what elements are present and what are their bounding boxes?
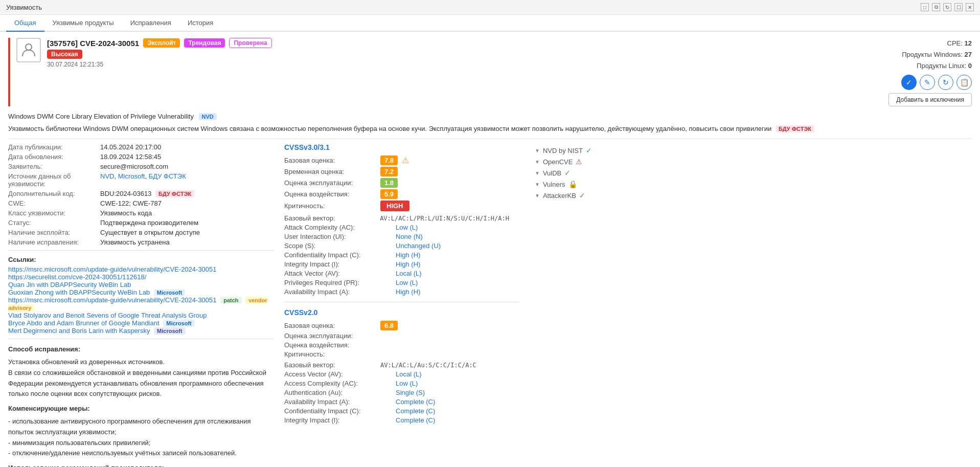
source-vulners[interactable]: ▼ Vulners 🔒 <box>535 180 972 188</box>
cvss31-ac-label: Attack Complexity (AC): <box>284 224 392 231</box>
titlebar-controls: □ ⧉ ↻ ☐ ✕ <box>921 3 974 11</box>
cvss31-scope-value[interactable]: Unchanged (U) <box>396 242 441 250</box>
cvss31-avail-label: Availability Impact (A): <box>284 288 392 296</box>
badge-trending: Трендовая <box>184 38 225 48</box>
window-title: Уязвимость <box>6 4 42 11</box>
source-nvd[interactable]: ▼ NVD by NIST ✓ <box>535 146 972 154</box>
cvss2-av-value[interactable]: Local (L) <box>396 370 422 378</box>
cvss2-title[interactable]: CVSSv2.0 <box>284 308 509 317</box>
cvss31-ui-value[interactable]: None (N) <box>396 233 423 240</box>
cvss31-ui-row: User Interaction (UI): None (N) <box>284 233 509 240</box>
status-label: Статус: <box>8 219 100 227</box>
description-title: Windows DWM Core Library Elevation of Pr… <box>8 112 972 122</box>
verify-button[interactable]: ✓ <box>901 75 917 90</box>
cvss31-av-value[interactable]: Local (L) <box>396 270 422 277</box>
chevron-vulners: ▼ <box>535 182 540 187</box>
cvss2-avail-value[interactable]: Complete (C) <box>396 398 435 406</box>
cvss2-conf-label: Confidentiality Impact (C): <box>284 407 392 415</box>
close-button[interactable]: ✕ <box>966 3 974 11</box>
link-7: Bryce Abdo and Adam Brunner of Google Ma… <box>8 319 274 327</box>
source-label: Источник данных об уязвимости: <box>8 172 100 188</box>
restore-button[interactable]: ⧉ <box>932 3 940 11</box>
vuln-title-row: [357576] CVE-2024-30051 Эксплойт Трендов… <box>47 38 272 48</box>
chevron-opencve: ▼ <box>535 159 540 165</box>
cvss2-conf-row: Confidentiality Impact (C): Complete (C) <box>284 407 509 415</box>
source-ms-link[interactable]: Microsoft <box>118 172 145 180</box>
cpe-info: CPE: 12 Продукты Windows: 27 Продукты Li… <box>902 38 972 72</box>
cvss31-avail-value[interactable]: High (H) <box>396 288 420 296</box>
nvd-badge: NVD <box>199 113 217 120</box>
source-vuldb[interactable]: ▼ VulDB ✓ <box>535 169 972 177</box>
cvss2-base-badge: 6.8 <box>380 321 398 330</box>
maximize-button[interactable]: ☐ <box>954 3 963 11</box>
cvss31-impact-label: Оценка воздействия: <box>284 190 376 198</box>
cvss2-exploit-label: Оценка эксплуатации: <box>284 332 376 340</box>
svg-point-0 <box>26 44 32 50</box>
tab-history[interactable]: История <box>179 15 221 32</box>
links-heading: Ссылки: <box>8 256 274 263</box>
class-value: Уязвимость кода <box>100 209 274 217</box>
vuln-header-section: [357576] CVE-2024-30051 Эксплойт Трендов… <box>0 32 980 467</box>
source-value: NVD, Microsoft, БДУ ФСТЭК <box>100 172 274 188</box>
cvss31-av-row: Attack Vector (AV): Local (L) <box>284 270 509 277</box>
cvss31-criticality-row: Критичность: HIGH <box>284 201 509 211</box>
cvss31-conf-value[interactable]: High (H) <box>396 251 420 259</box>
cvss31-int-value[interactable]: High (H) <box>396 260 420 268</box>
source-attackerkb[interactable]: ▼ AttackerKB ✓ <box>535 191 972 199</box>
vuln-title-block: [357576] CVE-2024-30051 Эксплойт Трендов… <box>47 38 272 68</box>
action-buttons: ✓ ✎ ↻ 📋 <box>901 75 972 90</box>
tab-general[interactable]: Общая <box>6 15 44 32</box>
cvss2-conf-value[interactable]: Complete (C) <box>396 407 435 415</box>
cvss2-vector-value: AV:L/AC:L/Au:S/C:C/I:C/A:C <box>380 362 476 369</box>
bdu-badge-code: БДУ ФСТЭК <box>155 190 194 197</box>
tab-fixes[interactable]: Исправления <box>122 15 179 32</box>
cvss31-vector-label: Базовый вектор: <box>284 214 376 222</box>
minimize-button[interactable]: □ <box>921 3 929 11</box>
cvss31-exploit-label: Оценка эксплуатации: <box>284 179 376 187</box>
cvss31-title[interactable]: CVSSv3.0/3.1 <box>284 143 509 151</box>
cvss2-vector-label: Базовый вектор: <box>284 361 376 369</box>
kaspersky-badge-8: Microsoft <box>154 327 186 335</box>
copy-button[interactable]: 📋 <box>956 75 972 90</box>
cvss2-auth-row: Authentication (Au): Single (S) <box>284 389 509 396</box>
cvss2-av-row: Access Vector (AV): Local (L) <box>284 370 509 378</box>
chevron-attackerkb: ▼ <box>535 193 540 198</box>
source-opencve[interactable]: ▼ OpenCVE ⚠ <box>535 158 972 166</box>
cpe-label: CPE: <box>947 39 963 47</box>
cvss31-ui-label: User Interaction (UI): <box>284 233 392 240</box>
link-1: https://msrc.microsoft.com/update-guide/… <box>8 265 274 273</box>
pub-date-value: 14.05.2024 20:17:00 <box>100 143 274 151</box>
source-nvd-link[interactable]: NVD <box>100 172 114 180</box>
source-bdu-link[interactable]: БДУ ФСТЭК <box>149 172 186 180</box>
source-vuldb-label: VulDB <box>543 169 561 177</box>
link-6: Vlad Stolyarov and Benoit Sevens of Goog… <box>8 312 274 319</box>
cvss2-section: CVSSv2.0 Базовая оценка: 6.8 Оценка эксп… <box>284 308 519 424</box>
reload-button[interactable]: ↻ <box>943 3 951 11</box>
badge-verified: Проверена <box>229 38 271 48</box>
link-2: https://securelist.com/cve-2024-30051/11… <box>8 273 274 281</box>
applicant-value: secure@microsoft.com <box>100 163 274 170</box>
fix-section: Способ исправления: Установка обновлений… <box>8 344 274 467</box>
cvss2-int-value[interactable]: Complete (C) <box>396 416 435 424</box>
cvss2-avail-row: Availability Impact (A): Complete (C) <box>284 398 509 406</box>
ms-badge-7: Microsoft <box>163 320 195 327</box>
cvss31-priv-value[interactable]: Low (L) <box>396 279 418 286</box>
avatar <box>16 38 41 62</box>
cvss31-ac-row: Attack Complexity (AC): Low (L) <box>284 224 509 231</box>
edit-button[interactable]: ✎ <box>920 75 935 90</box>
cvss31-int-row: Integrity Impact (I): High (H) <box>284 260 509 268</box>
tab-products[interactable]: Уязвимые продукты <box>44 15 122 32</box>
cvss31-ac-value[interactable]: Low (L) <box>396 224 418 231</box>
cvss2-auth-value[interactable]: Single (S) <box>396 389 425 396</box>
pub-date-label: Дата публикации: <box>8 143 100 151</box>
add-code-label: Дополнительный код: <box>8 190 100 197</box>
cvss31-vector-row: Базовый вектор: AV:L/AC:L/PR:L/UI:N/S:U/… <box>284 214 509 222</box>
cpe-count: 12 <box>965 39 972 47</box>
cvss2-impact-score-row: Оценка воздействия: <box>284 341 509 349</box>
products-linux-label: Продукты Linux: <box>917 62 966 70</box>
cvss2-ac-value[interactable]: Low (L) <box>396 380 418 387</box>
add-exception-button[interactable]: Добавить в исключения <box>888 93 972 106</box>
details-column: Дата публикации: 14.05.2024 20:17:00 Дат… <box>8 143 274 467</box>
cvss2-base-label: Базовая оценка: <box>284 322 376 329</box>
refresh-button[interactable]: ↻ <box>938 75 953 90</box>
